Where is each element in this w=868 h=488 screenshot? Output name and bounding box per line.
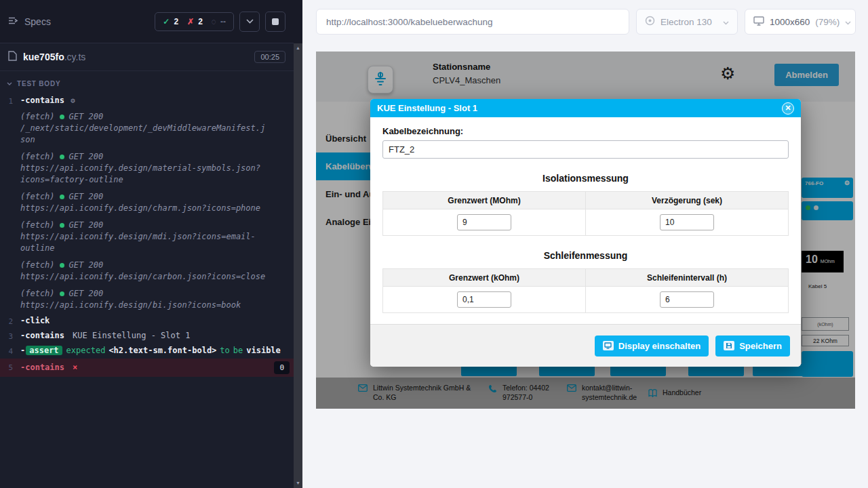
fetch-status: GET 200	[69, 151, 104, 163]
fetch-url: https://api.iconify.design/bi.json?icons…	[20, 300, 290, 311]
address-bar	[316, 9, 629, 35]
specs-label: Specs	[24, 16, 51, 27]
pending-icon: ◌	[212, 17, 216, 26]
stop-icon	[272, 18, 279, 25]
url-input[interactable]	[325, 16, 620, 28]
status-dot-icon	[60, 195, 64, 199]
schleifenmessung-heading: Schleifenmessung	[382, 250, 789, 261]
viewport-monitor-icon	[753, 16, 764, 28]
passed-count: 2	[174, 17, 178, 26]
monitor-icon	[603, 341, 614, 350]
fetch-url: https://api.iconify.design/charm.json?ic…	[20, 203, 290, 214]
kabelbezeichnung-label: Kabelbezeichnung:	[382, 126, 789, 136]
column-header: Schleifenintervall (h)	[586, 269, 789, 287]
assert-target: <h2.text-sm.font-bold>	[108, 346, 216, 355]
modal-title-bar: KUE Einstellung - Slot 1 ✕	[370, 99, 801, 117]
aut-panel: Electron 130 1000x660 (79%) Stationsnam	[302, 0, 868, 488]
chevron-down-icon	[7, 82, 12, 86]
display-einschalten-button[interactable]: Display einschalten	[595, 336, 709, 357]
modal-title: KUE Einstellung - Slot 1	[377, 103, 477, 113]
line-number: 2	[0, 315, 20, 327]
fetch-url: https://api.iconify.design/mdi.json?icon…	[20, 231, 290, 254]
command-row-assert[interactable]: 4 -assertexpected<h2.text-sm.font-bold>t…	[0, 344, 294, 359]
fetch-type: (fetch)	[20, 111, 55, 123]
test-body-toggle[interactable]: TEST BODY	[0, 71, 294, 92]
verzoegerung-sek-input[interactable]	[660, 214, 714, 230]
fetch-status: GET 200	[69, 191, 104, 203]
status-dot-icon	[60, 291, 64, 296]
schleifenintervall-input[interactable]	[660, 291, 714, 308]
fail-x-icon: ×	[73, 362, 77, 373]
fetch-log-entry[interactable]: (fetch)GET 200 https://api.iconify.desig…	[0, 285, 294, 314]
fetch-type: (fetch)	[20, 288, 55, 300]
column-header: Grenzwert (kOhm)	[383, 269, 586, 287]
browser-selector[interactable]: Electron 130	[636, 9, 738, 35]
fetch-status: GET 200	[69, 260, 104, 271]
fetch-url: https://api.iconify.design/material-symb…	[20, 163, 290, 186]
fetch-log-entry[interactable]: (fetch)GET 200 https://api.iconify.desig…	[0, 188, 294, 217]
fetch-url: https://api.iconify.design/carbon.json?i…	[20, 271, 290, 283]
kabelbezeichnung-input[interactable]	[382, 140, 789, 159]
fetch-log-entry[interactable]: (fetch)GET 200 https://api.iconify.desig…	[0, 257, 294, 285]
specs-list-icon	[8, 16, 18, 27]
isolationsmessung-heading: Isolationsmessung	[382, 173, 789, 184]
command-row[interactable]: 2 -click	[0, 314, 294, 329]
fetch-log-entry[interactable]: (fetch)GET 200 https://api.iconify.desig…	[0, 217, 294, 257]
close-icon[interactable]: ✕	[782, 102, 794, 115]
retry-count-badge: 0	[274, 361, 290, 374]
cypress-reporter: Specs ✓2 ✗2 ◌-- kue705fo.cy.ts 00:25 TES…	[0, 0, 294, 488]
browser-icon	[645, 16, 655, 28]
failed-count: 2	[198, 17, 203, 26]
grenzwert-mohm-input[interactable]	[457, 214, 511, 230]
viewport-size: 1000x660	[770, 17, 810, 27]
command-row[interactable]: 3 -containsKUE Einstellung - Slot 1	[0, 329, 294, 344]
speichern-button[interactable]: Speichern	[715, 336, 790, 357]
chevron-down-icon	[723, 17, 729, 27]
status-dot-icon	[60, 263, 64, 268]
test-stats: ✓2 ✗2 ◌--	[155, 12, 234, 31]
command-row-failed[interactable]: 5 -contains × 0	[0, 359, 294, 377]
status-dot-icon	[60, 115, 64, 119]
isolationsmessung-table: Grenzwert (MOhm) Verzögerung (sek)	[382, 191, 789, 236]
reporter-header: Specs ✓2 ✗2 ◌--	[0, 0, 294, 43]
pending-count: --	[220, 17, 226, 26]
fetch-url: /_next/static/development/_devMiddleware…	[20, 123, 290, 146]
column-header: Verzögerung (sek)	[586, 192, 789, 209]
collapse-reporter-button[interactable]	[239, 12, 260, 32]
schleifenmessung-table: Grenzwert (kOhm) Schleifenintervall (h)	[382, 268, 789, 313]
test-body-label: TEST BODY	[17, 80, 60, 87]
command-row[interactable]: 1 -contains⚙	[0, 94, 294, 108]
grenzwert-kohm-input[interactable]	[457, 291, 511, 308]
save-floppy-icon	[724, 341, 734, 350]
reporter-scrollbar[interactable]: ▲ ▼	[294, 0, 302, 488]
spec-file-icon	[8, 51, 17, 63]
command-argument: KUE Einstellung - Slot 1	[73, 331, 190, 340]
command-log: 1 -contains⚙ (fetch)GET 200 /_next/stati…	[0, 92, 294, 488]
line-number: 1	[0, 95, 20, 107]
spec-file-row[interactable]: kue705fo.cy.ts 00:25	[0, 43, 294, 71]
fetch-type: (fetch)	[20, 260, 55, 271]
scroll-down-arrow-icon[interactable]: ▼	[294, 481, 302, 485]
fetch-type: (fetch)	[20, 191, 55, 203]
status-dot-icon	[60, 155, 64, 159]
specs-menu-button[interactable]: Specs	[8, 16, 51, 27]
spec-timer: 00:25	[254, 51, 285, 63]
scroll-up-arrow-icon[interactable]: ▲	[294, 45, 302, 50]
assert-badge: assert	[26, 346, 62, 355]
line-number: 3	[0, 330, 20, 342]
line-number: 5	[0, 361, 20, 373]
modal-footer: Display einschalten Speichern	[370, 324, 801, 367]
viewport-selector[interactable]: 1000x660 (79%)	[745, 9, 856, 35]
chevron-down-icon	[845, 17, 851, 27]
browser-name: Electron 130	[660, 17, 712, 27]
spec-file-name: kue705fo.cy.ts	[23, 52, 85, 62]
options-gear-icon: ⚙	[71, 96, 75, 105]
fetch-log-entry[interactable]: (fetch)GET 200 /_next/static/development…	[0, 108, 294, 148]
viewport-zoom: (79%)	[815, 17, 840, 27]
aut-toolbar: Electron 130 1000x660 (79%)	[302, 0, 868, 43]
fetch-log-entry[interactable]: (fetch)GET 200 https://api.iconify.desig…	[0, 148, 294, 188]
passed-icon: ✓	[163, 17, 170, 26]
status-dot-icon	[60, 223, 64, 228]
stop-tests-button[interactable]	[265, 12, 285, 32]
failed-icon: ✗	[187, 17, 194, 26]
